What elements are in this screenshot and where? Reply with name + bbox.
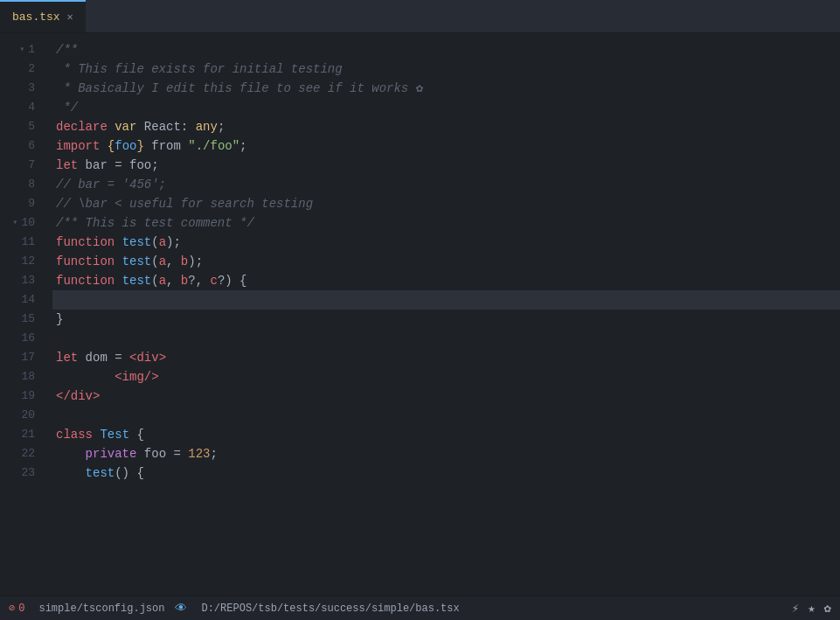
token-import: import <box>56 136 100 156</box>
file-path: D:/REPOS/tsb/tests/success/simple/bas.ts… <box>201 603 459 615</box>
line-number: 23 <box>0 463 45 483</box>
token-white <box>115 252 121 271</box>
fold-arrow-icon[interactable]: ▾ <box>9 213 17 233</box>
fold-arrow-icon[interactable]: ▾ <box>16 40 24 59</box>
token-let: let <box>56 348 78 367</box>
code-area[interactable]: /** * This file exists for initial testi… <box>45 33 840 596</box>
token-white: ); <box>188 252 203 271</box>
line-number: 6 <box>0 136 45 156</box>
token-param: a <box>159 233 166 252</box>
code-line: private foo = 123; <box>52 444 840 463</box>
code-line: let bar = foo; <box>52 156 840 175</box>
file-tab[interactable]: bas.tsx ✕ <box>0 0 86 32</box>
token-brace: } <box>136 136 143 156</box>
star-icon[interactable]: ★ <box>808 601 815 616</box>
token-any: any <box>196 117 218 136</box>
code-line: */ <box>52 98 840 117</box>
line-number: 20 <box>0 406 45 425</box>
line-number: 9 <box>0 194 45 213</box>
line-number: 13 <box>0 271 45 290</box>
line-number: 16 <box>0 329 45 348</box>
status-icons: ⚡ ★ ✿ <box>792 601 831 616</box>
line-number: ▾1 <box>0 40 45 59</box>
code-line: } <box>52 310 840 329</box>
line-number: 2 <box>0 59 45 79</box>
token-fn: test <box>86 463 115 483</box>
token-white: ( <box>151 271 158 290</box>
flower-icon[interactable]: ✿ <box>824 601 831 616</box>
bolt-icon[interactable]: ⚡ <box>792 601 799 616</box>
line-number: 7 <box>0 156 45 175</box>
token-var: var <box>115 117 136 136</box>
code-line: function test(a, b); <box>52 252 840 271</box>
token-let: let <box>56 156 78 175</box>
token-white <box>115 271 121 290</box>
token-white: ( <box>151 252 158 271</box>
line-numbers: ▾1 2 3 4 5 6 7 8 9▾10 11 12 13 14 15 16 … <box>0 33 45 596</box>
line-number: 14 <box>0 290 45 310</box>
token-param: b <box>181 271 188 290</box>
code-line: * This file exists for initial testing <box>52 59 840 79</box>
line-number: 21 <box>0 425 45 444</box>
token-fn: test <box>122 233 152 252</box>
token-comment: */ <box>56 98 78 117</box>
token-white <box>108 117 115 136</box>
token-white: ; <box>218 117 225 136</box>
token-white: ; <box>240 136 246 156</box>
tab-close-icon[interactable]: ✕ <box>67 10 73 24</box>
token-comment: * This file exists for initial testing <box>56 59 343 79</box>
code-line: // bar = '456'; <box>52 175 840 194</box>
token-white <box>115 233 121 252</box>
token-jsx: <img/> <box>56 367 159 387</box>
token-white <box>56 463 86 483</box>
line-number: 11 <box>0 233 45 252</box>
tab-filename: bas.tsx <box>12 10 60 24</box>
line-number: 12 <box>0 252 45 271</box>
token-comment: /** <box>56 40 78 59</box>
token-fn: test <box>122 271 152 290</box>
token-white: , <box>166 252 181 271</box>
token-keyword: function <box>56 271 115 290</box>
code-line: class Test { <box>52 425 840 444</box>
token-white: ); <box>166 233 181 252</box>
eye-icon[interactable]: 👁 <box>175 602 187 616</box>
code-line: <img/> <box>52 367 840 387</box>
line-number: 3 <box>0 79 45 98</box>
line-number: 4 <box>0 98 45 117</box>
token-jsx: <div> <box>129 348 166 367</box>
token-white: ?, <box>188 271 210 290</box>
error-count: 0 <box>18 603 24 615</box>
line-number: 18 <box>0 367 45 387</box>
token-declare: declare <box>56 117 108 136</box>
line-number: 5 <box>0 117 45 136</box>
token-white: ( <box>151 233 158 252</box>
token-white: bar = foo; <box>78 156 158 175</box>
status-bar: ⊘ 0 simple/tsconfig.json 👁 D:/REPOS/tsb/… <box>0 596 840 620</box>
tab-bar: bas.tsx ✕ <box>0 0 840 33</box>
token-white: , <box>166 271 181 290</box>
token-param: a <box>159 252 166 271</box>
error-icon: ⊘ <box>9 602 15 615</box>
code-line: declare var React: any; <box>52 117 840 136</box>
token-white <box>100 136 107 156</box>
token-comment: // bar = '456'; <box>56 175 166 194</box>
line-number: ▾10 <box>0 213 45 233</box>
token-param: c <box>210 271 217 290</box>
code-line: * Basically I edit this file to see if i… <box>52 79 840 98</box>
token-white: ; <box>210 444 217 463</box>
code-line <box>52 290 840 310</box>
line-number: 8 <box>0 175 45 194</box>
token-string: "./foo" <box>188 136 240 156</box>
code-line: function test(a); <box>52 233 840 252</box>
code-line: test() { <box>52 463 840 483</box>
token-comment: * Basically I edit this file to see if i… <box>56 79 408 98</box>
token-fn: Test <box>100 425 129 444</box>
code-line: import {foo} from "./foo"; <box>52 136 840 156</box>
token-white: foo = <box>136 444 188 463</box>
token-keyword: function <box>56 252 115 271</box>
token-class: class <box>56 425 93 444</box>
token-private: private <box>86 444 137 463</box>
code-line <box>52 406 840 425</box>
token-flower: ✿ <box>408 79 423 98</box>
error-indicator: ⊘ 0 <box>9 602 24 615</box>
